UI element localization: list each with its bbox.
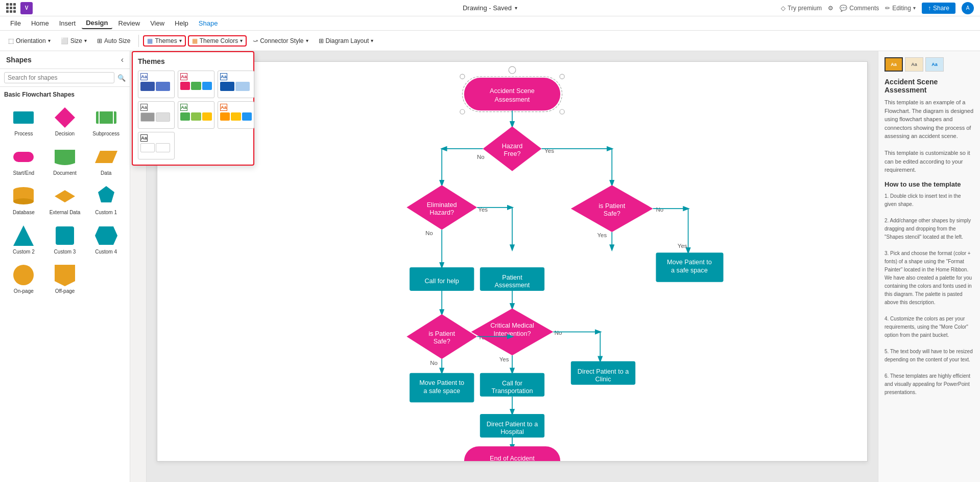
shape-document[interactable]: Document [45, 142, 85, 179]
swatch-orange[interactable]: Aa [885, 57, 903, 72]
title-chevron[interactable]: ▾ [515, 5, 517, 11]
menu-insert[interactable]: Insert [55, 18, 80, 29]
process-icon [11, 105, 36, 130]
how-to-title: How to use the template [885, 180, 974, 188]
svg-text:is Patient: is Patient [428, 330, 455, 337]
try-premium-button[interactable]: ◇ Try premium [781, 5, 822, 12]
custom1-icon [94, 184, 118, 209]
svg-marker-1 [55, 107, 75, 128]
connector-style-icon: ⤻ [253, 37, 258, 44]
shape-custom3-label: Custom 3 [54, 249, 76, 255]
shape-process-label: Process [14, 131, 33, 136]
svg-point-15 [13, 265, 34, 285]
svg-marker-14 [95, 226, 117, 245]
size-icon: ⬜ [61, 37, 68, 44]
themes-button[interactable]: ▦ Themes ▾ [143, 35, 185, 47]
color-swatches: Aa Aa Aa [885, 57, 974, 72]
shape-process[interactable]: Process [4, 102, 43, 140]
canvas-area[interactable]: Accident Scene Assessment Hazard Free? N… [147, 51, 878, 482]
svg-point-22 [460, 109, 465, 114]
shape-custom2[interactable]: Custom 2 [4, 220, 43, 258]
menu-review[interactable]: Review [114, 18, 145, 29]
toolbar-separator-1 [138, 35, 139, 47]
avatar[interactable]: A [962, 2, 974, 14]
shape-custom3[interactable]: Custom 3 [45, 220, 85, 258]
shape-offpage-label: Off-page [55, 288, 75, 294]
right-info-panel: Aa Aa Aa Accident Scene Assessment This … [878, 51, 980, 482]
svg-text:Accident Scene: Accident Scene [490, 87, 535, 95]
external-data-icon [53, 184, 77, 209]
svg-text:Assessment: Assessment [495, 282, 530, 289]
sidebar-header: Shapes ‹ [0, 51, 130, 69]
settings-button[interactable]: ⚙ [828, 5, 833, 12]
svg-text:Hazard?: Hazard? [429, 209, 454, 216]
editing-button[interactable]: ✏ Editing ▾ [885, 5, 916, 12]
svg-rect-0 [13, 111, 34, 124]
theme-item-6[interactable]: Aa [218, 101, 254, 129]
diagram-layout-button[interactable]: ⊞ Diagram Layout ▾ [315, 35, 378, 47]
theme-colors-button[interactable]: ▦ Theme Colors ▾ [188, 35, 247, 47]
menu-shape[interactable]: Shape [195, 18, 222, 29]
theme-item-3[interactable]: Aa [218, 71, 254, 98]
themes-dropdown-title: Themes [138, 57, 248, 65]
shape-document-label: Document [53, 170, 77, 176]
swatch-blue[interactable]: Aa [925, 57, 944, 72]
comments-button[interactable]: 💬 Comments [840, 5, 879, 12]
svg-text:Hazard: Hazard [502, 143, 523, 150]
menu-home[interactable]: Home [27, 18, 53, 29]
shape-external[interactable]: External Data [45, 181, 85, 218]
theme-item-1[interactable]: Aa [138, 71, 175, 98]
menu-view[interactable]: View [146, 18, 169, 29]
themes-chevron: ▾ [179, 38, 182, 43]
data-icon [94, 145, 118, 169]
shape-decision[interactable]: Decision [45, 102, 85, 140]
menu-design[interactable]: Design [82, 17, 112, 29]
svg-text:Move Patient to: Move Patient to [419, 379, 464, 386]
visio-logo: V [20, 2, 33, 14]
search-button[interactable]: 🔍 [117, 74, 126, 82]
theme-item-7[interactable]: Aa [138, 132, 175, 159]
menu-bar: File Home Insert Design Review View Help… [0, 16, 980, 31]
svg-text:a safe space: a safe space [671, 267, 708, 274]
shape-startend[interactable]: Start/End [4, 142, 43, 179]
drawing-canvas[interactable]: Accident Scene Assessment Hazard Free? N… [157, 61, 868, 462]
shape-database-label: Database [13, 210, 35, 215]
orientation-button[interactable]: ⬚ Orientation ▾ [4, 35, 55, 47]
shape-onpage[interactable]: On-page [4, 260, 43, 297]
theme-item-5[interactable]: Aa [178, 101, 214, 129]
swatch-light[interactable]: Aa [905, 57, 923, 72]
shapes-grid: Process Decision Subprocess [4, 102, 126, 297]
menu-help[interactable]: Help [171, 18, 193, 29]
themes-grid: Aa Aa [138, 71, 248, 159]
auto-size-button[interactable]: ⊞ Auto Size [93, 35, 134, 47]
shape-custom1[interactable]: Custom 1 [86, 181, 126, 218]
svg-text:No: No [555, 330, 562, 336]
offpage-icon [53, 263, 77, 287]
svg-text:No: No [656, 206, 663, 213]
svg-text:Critical Medical: Critical Medical [490, 322, 534, 329]
connector-style-button[interactable]: ⤻ Connector Style ▾ [249, 35, 312, 47]
svg-point-9 [13, 198, 34, 204]
app-grid-icon[interactable] [6, 3, 16, 13]
share-button[interactable]: ↑ Share [922, 3, 955, 14]
shape-database[interactable]: Database [4, 181, 43, 218]
shape-offpage[interactable]: Off-page [45, 260, 85, 297]
shape-custom4[interactable]: Custom 4 [86, 220, 126, 258]
theme-item-4[interactable]: Aa [138, 101, 175, 129]
shape-data[interactable]: Data [86, 142, 126, 179]
shapes-section-title: Basic Flowchart Shapes [4, 91, 126, 98]
title-bar-right: ◇ Try premium ⚙ 💬 Comments ✏ Editing ▾ ↑… [781, 2, 974, 14]
shape-subprocess[interactable]: Subprocess [86, 102, 126, 140]
search-bar: 🔍 [0, 69, 130, 87]
document-icon [53, 145, 77, 169]
theme-item-2[interactable]: Aa [178, 71, 214, 98]
share-icon: ↑ [928, 5, 931, 12]
menu-file[interactable]: File [6, 18, 25, 29]
collapse-sidebar-button[interactable]: ‹ [121, 55, 124, 64]
svg-marker-16 [55, 265, 75, 286]
search-input[interactable] [4, 72, 114, 83]
startend-icon [11, 145, 36, 169]
size-button[interactable]: ⬜ Size ▾ [57, 35, 91, 47]
svg-marker-10 [55, 190, 75, 202]
svg-text:Safe?: Safe? [604, 210, 620, 217]
